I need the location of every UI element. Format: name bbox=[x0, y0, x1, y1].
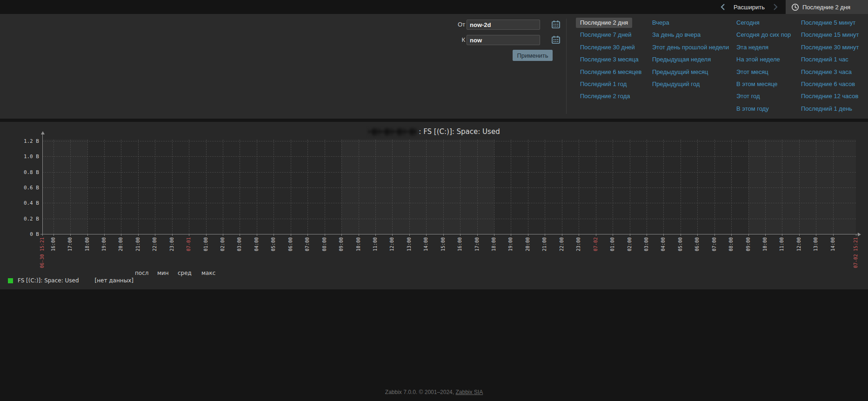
x-tick-label-date: 07-01 bbox=[186, 237, 192, 251]
x-tick-label: 02:00 bbox=[220, 237, 226, 251]
x-gridline bbox=[681, 140, 681, 234]
x-gridline bbox=[748, 140, 749, 234]
x-gridline bbox=[392, 140, 393, 234]
quick-range-link[interactable]: Последний 1 час bbox=[797, 54, 853, 65]
x-tick-mark bbox=[307, 234, 308, 236]
x-gridline bbox=[223, 140, 223, 234]
from-label: От bbox=[437, 21, 465, 28]
x-tick-mark bbox=[494, 234, 494, 236]
x-gridline bbox=[325, 140, 325, 234]
quick-range-link[interactable]: Последние 7 дней bbox=[576, 30, 636, 40]
x-gridline bbox=[189, 140, 189, 234]
x-gridline bbox=[545, 140, 545, 234]
quick-range-link[interactable]: Последние 6 месяцев bbox=[576, 67, 646, 77]
zoom-out-button[interactable]: Расширить bbox=[734, 4, 765, 11]
quick-range-link[interactable]: Последние 2 дня bbox=[576, 18, 632, 28]
y-gridline bbox=[42, 141, 856, 141]
quick-range-link[interactable]: Последние 3 месяца bbox=[576, 54, 643, 65]
x-tick-label: 17:00 bbox=[67, 237, 73, 251]
quick-range-link[interactable]: На этой неделе bbox=[732, 54, 784, 65]
x-tick-mark bbox=[579, 234, 579, 236]
legend-row: FS [(C:)]: Space: Used [нет данных] bbox=[8, 277, 134, 284]
x-gridline bbox=[799, 140, 800, 234]
time-shift-back-button[interactable] bbox=[719, 3, 727, 11]
x-gridline bbox=[765, 140, 766, 234]
x-tick-mark bbox=[359, 234, 359, 236]
quick-range-link[interactable]: Последние 3 часа bbox=[797, 67, 856, 77]
quick-range-link[interactable]: Последние 6 часов bbox=[797, 79, 859, 89]
legend-swatch bbox=[8, 278, 13, 283]
graph-title-text: : FS [(C:)]: Space: Used bbox=[419, 127, 500, 136]
x-gridline bbox=[172, 140, 173, 234]
quick-range-link[interactable]: Последний 1 год bbox=[576, 79, 631, 89]
x-tick-label: 03:00 bbox=[644, 237, 649, 251]
x-tick-mark bbox=[426, 234, 427, 236]
x-gridline bbox=[206, 140, 207, 234]
x-tick-label: 13:00 bbox=[813, 237, 819, 251]
x-tick-label-date: 06-30 15:21 bbox=[40, 237, 45, 268]
x-tick-mark bbox=[833, 234, 834, 236]
from-calendar-button[interactable] bbox=[551, 20, 561, 29]
x-tick-mark bbox=[681, 234, 681, 236]
x-tick-label: 10:00 bbox=[762, 237, 768, 251]
quick-range-link[interactable]: Последние 5 минут bbox=[797, 18, 860, 28]
quick-range-link[interactable]: Последние 2 года bbox=[576, 91, 634, 101]
quick-range-link[interactable]: В этом месяце bbox=[732, 79, 781, 89]
quick-range-link[interactable]: Вчера bbox=[648, 18, 674, 28]
x-gridline bbox=[274, 140, 274, 234]
time-shift-forward-button[interactable] bbox=[771, 3, 780, 11]
quick-range-link[interactable]: Последние 12 часов bbox=[797, 91, 862, 101]
x-gridline bbox=[477, 140, 478, 234]
x-tick-label: 15:00 bbox=[441, 237, 446, 251]
quick-range-link[interactable]: Эта неделя bbox=[732, 42, 773, 53]
to-input[interactable] bbox=[467, 35, 540, 45]
x-gridline bbox=[53, 140, 54, 234]
x-tick-mark bbox=[545, 234, 545, 236]
x-gridline bbox=[87, 140, 88, 234]
x-gridline bbox=[443, 140, 444, 234]
footer-link[interactable]: Zabbix SIA bbox=[455, 389, 483, 395]
x-tick-mark bbox=[511, 234, 511, 236]
x-tick-mark bbox=[172, 234, 173, 236]
y-gridline bbox=[42, 219, 856, 219]
quick-range-link[interactable]: За день до вчера bbox=[648, 30, 705, 40]
calendar-icon bbox=[551, 20, 561, 29]
quick-range-link[interactable]: Сегодня bbox=[732, 18, 764, 28]
legend-no-data-label: [нет данных] bbox=[95, 277, 134, 284]
x-tick-label: 18:00 bbox=[491, 237, 497, 251]
legend-stat-header: посл bbox=[135, 270, 148, 276]
quick-range-link[interactable]: Последние 15 минут bbox=[797, 30, 863, 40]
x-tick-mark bbox=[748, 234, 749, 236]
quick-range-link[interactable]: Последние 30 дней bbox=[576, 42, 639, 53]
x-gridline bbox=[816, 140, 816, 234]
x-gridline bbox=[359, 140, 359, 234]
quick-range-link[interactable]: Предыдущая неделя bbox=[648, 54, 715, 65]
quick-range-link[interactable]: Предыдущий год bbox=[648, 79, 704, 89]
quick-range-link[interactable]: Предыдущий месяц bbox=[648, 67, 713, 77]
x-gridline bbox=[240, 140, 240, 234]
x-tick-label: 14:00 bbox=[830, 237, 836, 251]
x-gridline bbox=[121, 140, 121, 234]
quick-range-link[interactable]: Последние 30 минут bbox=[797, 42, 863, 53]
x-tick-label-date: 07-02 15:21 bbox=[853, 237, 859, 268]
quick-range-link[interactable]: Этот год bbox=[732, 91, 764, 101]
to-calendar-button[interactable] bbox=[551, 35, 561, 45]
y-tick-label: 1.2 B bbox=[0, 138, 39, 144]
quick-range-link[interactable]: В этом году bbox=[732, 104, 773, 114]
x-tick-mark bbox=[477, 234, 478, 236]
time-range-tab[interactable]: Последние 2 дня bbox=[786, 0, 868, 14]
time-filter-panel: От К Применить Последние 2 дняПоследние … bbox=[0, 14, 868, 119]
apply-button[interactable]: Применить bbox=[513, 50, 553, 61]
x-tick-mark bbox=[613, 234, 613, 236]
x-tick-label: 07:00 bbox=[712, 237, 717, 251]
x-tick-label: 18:00 bbox=[85, 237, 90, 251]
x-tick-label: 19:00 bbox=[101, 237, 107, 251]
x-tick-mark bbox=[460, 234, 461, 236]
y-axis bbox=[42, 134, 43, 234]
quick-range-link[interactable]: Этот день прошлой недели bbox=[648, 42, 733, 53]
from-input[interactable] bbox=[467, 20, 540, 30]
quick-range-link[interactable]: Последний 1 день bbox=[797, 104, 856, 114]
quick-range-link[interactable]: Сегодня до сих пор bbox=[732, 30, 795, 40]
quick-range-link[interactable]: Этот месяц bbox=[732, 67, 773, 77]
x-tick-mark bbox=[291, 234, 291, 236]
